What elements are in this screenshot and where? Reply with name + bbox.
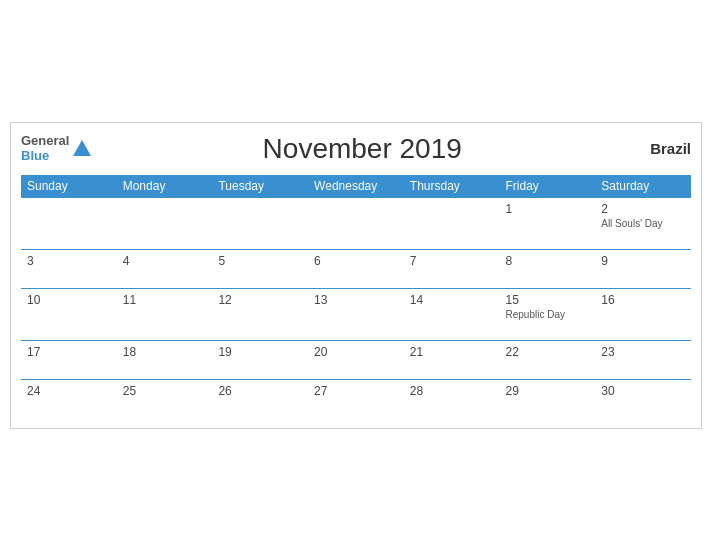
weekday-header-sunday: Sunday [21, 175, 117, 198]
day-number: 13 [314, 293, 398, 307]
calendar-cell: 18 [117, 340, 213, 379]
calendar-cell: 17 [21, 340, 117, 379]
week-row-3: 101112131415Republic Day16 [21, 288, 691, 340]
weekday-header-thursday: Thursday [404, 175, 500, 198]
day-number: 26 [218, 384, 302, 398]
logo-general-text: General [21, 134, 69, 148]
calendar-cell [21, 197, 117, 249]
day-number: 28 [410, 384, 494, 398]
logo-blue-text: Blue [21, 149, 69, 163]
calendar-cell: 27 [308, 379, 404, 418]
calendar-cell: 8 [500, 249, 596, 288]
day-number: 12 [218, 293, 302, 307]
day-number: 27 [314, 384, 398, 398]
calendar-cell: 12 [212, 288, 308, 340]
day-number: 8 [506, 254, 590, 268]
day-number: 6 [314, 254, 398, 268]
weekday-header-monday: Monday [117, 175, 213, 198]
calendar-cell [212, 197, 308, 249]
day-number: 1 [506, 202, 590, 216]
calendar-cell: 21 [404, 340, 500, 379]
calendar-cell: 25 [117, 379, 213, 418]
svg-marker-0 [73, 140, 91, 156]
week-row-1: 12All Souls' Day [21, 197, 691, 249]
calendar-cell: 28 [404, 379, 500, 418]
calendar-cell [308, 197, 404, 249]
day-number: 10 [27, 293, 111, 307]
calendar-cell: 20 [308, 340, 404, 379]
calendar-cell: 10 [21, 288, 117, 340]
calendar-cell: 7 [404, 249, 500, 288]
calendar-cell: 14 [404, 288, 500, 340]
calendar-cell: 29 [500, 379, 596, 418]
logo: General Blue [21, 134, 93, 163]
day-number: 11 [123, 293, 207, 307]
calendar-cell: 24 [21, 379, 117, 418]
day-number: 24 [27, 384, 111, 398]
calendar-cell: 30 [595, 379, 691, 418]
calendar-cell: 6 [308, 249, 404, 288]
day-number: 30 [601, 384, 685, 398]
weekday-header-saturday: Saturday [595, 175, 691, 198]
day-number: 9 [601, 254, 685, 268]
week-row-4: 17181920212223 [21, 340, 691, 379]
day-number: 20 [314, 345, 398, 359]
holiday-name: All Souls' Day [601, 218, 685, 229]
weekday-header-wednesday: Wednesday [308, 175, 404, 198]
day-number: 16 [601, 293, 685, 307]
day-number: 18 [123, 345, 207, 359]
holiday-name: Republic Day [506, 309, 590, 320]
day-number: 29 [506, 384, 590, 398]
weekday-header-row: SundayMondayTuesdayWednesdayThursdayFrid… [21, 175, 691, 198]
day-number: 21 [410, 345, 494, 359]
calendar-title: November 2019 [93, 133, 631, 165]
logo-icon [71, 138, 93, 160]
calendar-cell: 4 [117, 249, 213, 288]
day-number: 4 [123, 254, 207, 268]
day-number: 14 [410, 293, 494, 307]
calendar-cell [117, 197, 213, 249]
weekday-header-tuesday: Tuesday [212, 175, 308, 198]
calendar-table: SundayMondayTuesdayWednesdayThursdayFrid… [21, 175, 691, 418]
calendar-wrapper: General Blue November 2019 Brazil Sunday… [10, 122, 702, 429]
day-number: 3 [27, 254, 111, 268]
week-row-2: 3456789 [21, 249, 691, 288]
calendar-cell: 5 [212, 249, 308, 288]
calendar-cell: 1 [500, 197, 596, 249]
day-number: 5 [218, 254, 302, 268]
weekday-header-friday: Friday [500, 175, 596, 198]
calendar-cell [404, 197, 500, 249]
calendar-cell: 13 [308, 288, 404, 340]
calendar-cell: 26 [212, 379, 308, 418]
calendar-cell: 16 [595, 288, 691, 340]
calendar-cell: 19 [212, 340, 308, 379]
calendar-country: Brazil [631, 140, 691, 157]
calendar-header: General Blue November 2019 Brazil [21, 133, 691, 165]
day-number: 2 [601, 202, 685, 216]
calendar-cell: 11 [117, 288, 213, 340]
day-number: 17 [27, 345, 111, 359]
calendar-cell: 3 [21, 249, 117, 288]
day-number: 15 [506, 293, 590, 307]
day-number: 25 [123, 384, 207, 398]
calendar-cell: 15Republic Day [500, 288, 596, 340]
calendar-cell: 2All Souls' Day [595, 197, 691, 249]
day-number: 22 [506, 345, 590, 359]
calendar-cell: 22 [500, 340, 596, 379]
day-number: 19 [218, 345, 302, 359]
day-number: 23 [601, 345, 685, 359]
day-number: 7 [410, 254, 494, 268]
calendar-cell: 23 [595, 340, 691, 379]
calendar-cell: 9 [595, 249, 691, 288]
week-row-5: 24252627282930 [21, 379, 691, 418]
